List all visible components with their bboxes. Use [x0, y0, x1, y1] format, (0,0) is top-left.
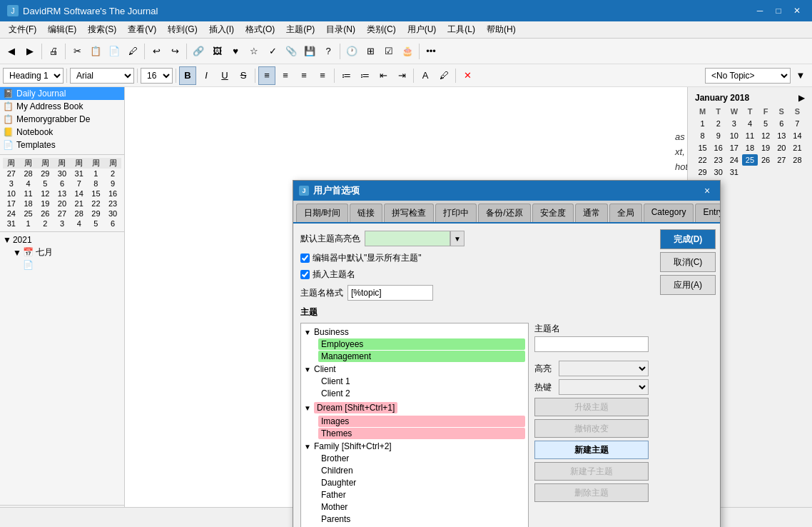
month-node[interactable]: 📅 七月: [23, 246, 53, 259]
tree-leaf-brother[interactable]: Brother: [318, 453, 525, 464]
menu-item-v[interactable]: 查看(V): [122, 22, 162, 37]
menu-item-o[interactable]: 格式(O): [240, 22, 280, 37]
attach-button[interactable]: 📎: [283, 41, 300, 61]
delete-theme-button[interactable]: 删除主题: [534, 483, 649, 502]
tab-backup[interactable]: 备份/还原: [478, 204, 530, 222]
upgrade-theme-button[interactable]: 升级主题: [534, 398, 649, 416]
bold-button[interactable]: B: [179, 66, 196, 85]
dialog-close-button[interactable]: ×: [700, 184, 714, 198]
mini-cal-next[interactable]: ▶: [798, 93, 805, 103]
image-button[interactable]: 🖼: [208, 41, 225, 61]
menu-item-n[interactable]: 目录(N): [320, 22, 361, 37]
italic-button[interactable]: I: [198, 66, 215, 85]
indent-more-button[interactable]: ⇥: [393, 66, 410, 85]
erase-format-button[interactable]: ✕: [459, 66, 476, 85]
tab-datetime[interactable]: 日期/时间: [296, 204, 348, 222]
strikethrough-button[interactable]: S: [235, 66, 252, 85]
back-button[interactable]: ◀: [3, 41, 20, 61]
menu-item-p[interactable]: 主题(P): [280, 22, 320, 37]
topic-dropdown[interactable]: <No Topic>: [705, 68, 791, 84]
tree-leaf-employees[interactable]: Employees: [318, 338, 525, 350]
font-color-button[interactable]: A: [417, 66, 434, 85]
insert-topic-checkbox[interactable]: [300, 270, 310, 279]
redo-button[interactable]: ↪: [166, 41, 183, 61]
table-button[interactable]: ⊞: [362, 41, 379, 61]
format-input[interactable]: [347, 285, 433, 301]
more-button[interactable]: •••: [422, 41, 440, 61]
paste-button[interactable]: 📄: [106, 41, 123, 61]
close-window-button[interactable]: ✕: [789, 3, 805, 19]
tree-node-business[interactable]: ▼ Business: [304, 326, 525, 338]
indent-less-button[interactable]: ⇤: [375, 66, 392, 85]
maximize-button[interactable]: □: [771, 3, 786, 19]
align-left-button[interactable]: ≡: [258, 66, 275, 85]
style-dropdown[interactable]: Heading 1: [3, 68, 64, 84]
undo-button[interactable]: ↩: [148, 41, 165, 61]
tree-leaf-management[interactable]: Management: [318, 351, 525, 362]
check-button[interactable]: ✓: [264, 41, 281, 61]
apply-button[interactable]: 应用(A): [660, 275, 716, 295]
new-child-theme-button[interactable]: 新建子主题: [534, 462, 649, 481]
topic-dropdown-arrow[interactable]: ▼: [792, 66, 809, 85]
sidebar-item-templates[interactable]: 📄 Templates: [0, 139, 124, 151]
sidebar-item-notebook[interactable]: 📒 Notebook: [0, 126, 124, 139]
size-dropdown[interactable]: 16: [141, 68, 173, 84]
tree-leaf-themes[interactable]: Themes: [318, 428, 525, 439]
tab-spell[interactable]: 拼写检查: [384, 204, 434, 222]
hotkey-prop-select[interactable]: [559, 379, 649, 395]
menu-item-f[interactable]: 文件(F): [3, 22, 42, 37]
menu-item-l[interactable]: 工具(L): [442, 22, 481, 37]
sidebar-item-daily-journal[interactable]: 📓 Daily Journal: [0, 87, 124, 100]
done-button[interactable]: 完成(D): [660, 229, 716, 249]
help-button[interactable]: ?: [320, 41, 337, 61]
align-justify-button[interactable]: ≡: [314, 66, 331, 85]
highlight-color-dropdown[interactable]: ▼: [450, 231, 465, 246]
revert-theme-button[interactable]: 撤销改变: [534, 419, 649, 438]
star-button[interactable]: ☆: [245, 41, 263, 61]
tree-leaf-children[interactable]: Children: [318, 465, 525, 476]
tab-print[interactable]: 打印中: [435, 204, 477, 222]
menu-item-s[interactable]: 搜索(S): [82, 22, 122, 37]
clock-button[interactable]: 🕐: [343, 41, 360, 61]
tab-link[interactable]: 链接: [350, 204, 382, 222]
tree-node-dream[interactable]: ▼ Dream [Shift+Ctrl+1]: [304, 401, 525, 415]
tab-security[interactable]: 安全度: [532, 204, 574, 222]
tab-category[interactable]: Category: [644, 204, 694, 222]
theme-name-input[interactable]: [534, 336, 649, 352]
sidebar-item-address-book[interactable]: 📋 My Address Book: [0, 100, 124, 113]
tab-general[interactable]: 通常: [575, 204, 608, 222]
underline-button[interactable]: U: [216, 66, 233, 85]
checklist-button[interactable]: ☑: [380, 41, 397, 61]
tree-leaf-mother[interactable]: Mother: [318, 501, 525, 513]
tree-node-client[interactable]: ▼ Client: [304, 363, 525, 375]
highlight-prop-select[interactable]: [559, 361, 649, 376]
minimize-button[interactable]: ─: [752, 3, 768, 19]
tree-leaf-client1[interactable]: Client 1: [318, 376, 525, 387]
cut-button[interactable]: ✂: [68, 41, 86, 61]
link-button[interactable]: 🔗: [190, 41, 207, 61]
tab-global[interactable]: 全局: [609, 204, 642, 222]
highlight-button[interactable]: 🖊: [435, 66, 452, 85]
show-all-checkbox[interactable]: [300, 254, 310, 263]
cancel-button[interactable]: 取消(C): [660, 252, 716, 272]
tree-leaf-daughter[interactable]: Daughter: [318, 477, 525, 488]
forward-button[interactable]: ▶: [21, 41, 39, 61]
birthday-button[interactable]: 🎂: [399, 41, 416, 61]
menu-item-c[interactable]: 类别(C): [361, 22, 402, 37]
new-theme-button[interactable]: 新建主题: [534, 441, 649, 459]
tree-leaf-client2[interactable]: Client 2: [318, 388, 525, 399]
align-center-button[interactable]: ≡: [277, 66, 294, 85]
font-dropdown[interactable]: Arial: [70, 68, 134, 84]
copy-button[interactable]: 📋: [87, 41, 104, 61]
menu-item-e[interactable]: 编辑(E): [42, 22, 82, 37]
tree-leaf-images[interactable]: Images: [318, 416, 525, 427]
menu-item-i[interactable]: 插入(I): [203, 22, 240, 37]
save-button[interactable]: 💾: [301, 41, 318, 61]
align-right-button[interactable]: ≡: [295, 66, 313, 85]
print-button[interactable]: 🖨: [45, 41, 62, 61]
tree-leaf-father[interactable]: Father: [318, 489, 525, 501]
theme-tree[interactable]: ▼ Business Employees Management: [300, 323, 529, 527]
year-node[interactable]: 2021: [13, 235, 32, 245]
bullet-list-button[interactable]: ≔: [338, 66, 355, 85]
day-node[interactable]: 📄: [23, 260, 34, 270]
